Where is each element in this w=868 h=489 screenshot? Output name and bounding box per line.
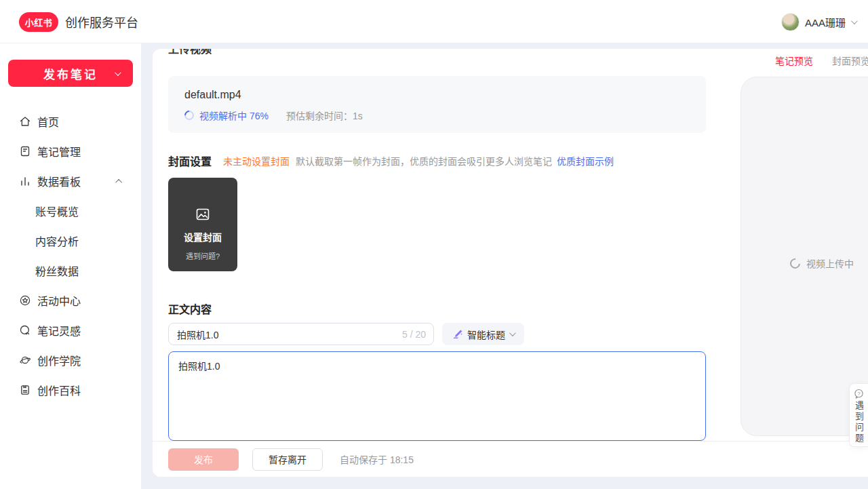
logo-text: 小红书 bbox=[25, 16, 53, 28]
parsing-progress-row: 视频解析中 76% 预估剩余时间：1s bbox=[184, 109, 690, 122]
video-upload-card: default.mp4 视频解析中 76% 预估剩余时间：1s bbox=[168, 76, 706, 133]
chevron-up-icon bbox=[115, 178, 122, 185]
smart-title-button[interactable]: 智能标题 bbox=[442, 323, 524, 345]
sidebar-item-label: 创作百科 bbox=[37, 382, 81, 398]
note-title-input[interactable] bbox=[168, 323, 434, 345]
home-icon bbox=[19, 115, 31, 128]
phone-preview: 视频上传中 bbox=[741, 77, 868, 436]
title-input-wrap: 5 / 20 bbox=[168, 323, 434, 345]
sidebar-item-creator-wiki[interactable]: 创作百科 bbox=[0, 375, 141, 405]
page-title: 创作服务平台 bbox=[65, 0, 138, 43]
sidebar-item-label: 笔记管理 bbox=[37, 143, 81, 159]
star-circle-icon bbox=[19, 294, 31, 307]
sidebar-subitem-fans-data[interactable]: 粉丝数据 bbox=[0, 256, 141, 286]
sidebar-item-home[interactable]: 首页 bbox=[0, 106, 141, 136]
autosave-status: 自动保存于 18:15 bbox=[340, 452, 414, 466]
xiaohongshu-logo: 小红书 bbox=[19, 12, 58, 32]
title-row: 5 / 20 智能标题 bbox=[168, 323, 524, 345]
sidebar-item-note-management[interactable]: 笔记管理 bbox=[0, 136, 141, 166]
note-icon bbox=[19, 145, 31, 157]
top-header: 小红书 创作服务平台 AAA珊珊 bbox=[0, 0, 868, 43]
loading-spinner-icon bbox=[182, 109, 196, 122]
uploading-text: 视频上传中 bbox=[806, 256, 854, 270]
publish-button[interactable]: 发布 bbox=[168, 448, 239, 471]
publish-note-button[interactable]: 发布笔记 bbox=[8, 60, 133, 87]
sidebar-subitem-label: 账号概览 bbox=[35, 203, 79, 219]
help-label: 遇到问题 bbox=[854, 401, 864, 444]
editor-panel: 上传视频 default.mp4 视频解析中 76% 预估剩余时间：1s 封面设… bbox=[153, 49, 868, 477]
magic-pen-icon bbox=[452, 329, 463, 340]
note-body-textarea[interactable]: 拍照机1.0 bbox=[168, 351, 706, 441]
question-bubble-icon: ? bbox=[854, 389, 864, 399]
sidebar-subitem-account-overview[interactable]: 账号概览 bbox=[0, 196, 141, 226]
sidebar-item-label: 笔记灵感 bbox=[37, 322, 81, 338]
cover-trouble-link[interactable]: 遇到问题? bbox=[186, 250, 220, 261]
cover-settings-heading: 封面设置 bbox=[168, 153, 212, 169]
smart-title-label: 智能标题 bbox=[467, 328, 505, 341]
set-cover-card[interactable]: 设置封面 遇到问题? bbox=[168, 178, 237, 271]
inspiration-search-icon bbox=[19, 324, 31, 336]
video-uploading-status: 视频上传中 bbox=[741, 256, 868, 270]
eta-text: 预估剩余时间：1s bbox=[286, 109, 363, 122]
chevron-down-icon bbox=[851, 18, 858, 24]
planet-icon bbox=[19, 354, 31, 366]
book-icon bbox=[19, 384, 31, 396]
user-menu[interactable]: AAA珊珊 bbox=[781, 0, 856, 43]
sidebar-item-activity-center[interactable]: 活动中心 bbox=[0, 286, 141, 315]
sidebar-item-label: 首页 bbox=[37, 113, 59, 130]
content-heading: 正文内容 bbox=[168, 300, 212, 317]
sidebar-subitem-content-analysis[interactable]: 内容分析 bbox=[0, 226, 141, 256]
tab-note-preview[interactable]: 笔记预览 bbox=[775, 54, 813, 67]
sidebar-subitem-label: 粉丝数据 bbox=[35, 262, 79, 279]
cover-hint: 默认截取第一帧作为封面，优质的封面会吸引更多人浏览笔记 bbox=[296, 154, 552, 168]
svg-text:?: ? bbox=[857, 391, 860, 397]
avatar[interactable] bbox=[781, 13, 800, 31]
parsing-status: 视频解析中 76% bbox=[199, 109, 269, 122]
sidebar-subitem-label: 内容分析 bbox=[35, 233, 79, 249]
loading-spinner-icon bbox=[788, 256, 802, 270]
chevron-down-icon bbox=[115, 69, 121, 76]
help-float-button[interactable]: ? 遇到问题 bbox=[849, 383, 868, 447]
image-icon bbox=[195, 206, 211, 222]
cover-warning: 未主动设置封面 bbox=[223, 154, 290, 168]
tab-cover-preview[interactable]: 封面预览 bbox=[832, 54, 868, 67]
editor-footer: 发布 暂存离开 自动保存于 18:15 bbox=[153, 441, 868, 477]
sidebar-item-label: 活动中心 bbox=[37, 292, 81, 309]
preview-tabs: 笔记预览 封面预览 bbox=[775, 54, 868, 67]
save-and-leave-button[interactable]: 暂存离开 bbox=[252, 448, 323, 471]
sidebar-item-label: 数据看板 bbox=[37, 173, 81, 189]
sidebar: 发布笔记 首页 笔记管理 数据看板 bbox=[0, 43, 141, 489]
user-name: AAA珊珊 bbox=[805, 15, 846, 29]
sidebar-item-label: 创作学院 bbox=[37, 352, 81, 368]
chevron-down-icon bbox=[509, 330, 516, 336]
sidebar-item-note-inspiration[interactable]: 笔记灵感 bbox=[0, 315, 141, 345]
title-char-counter: 5 / 20 bbox=[402, 323, 426, 345]
sidebar-item-data-dashboard[interactable]: 数据看板 bbox=[0, 166, 141, 196]
publish-note-label: 发布笔记 bbox=[43, 65, 98, 82]
video-filename: default.mp4 bbox=[184, 89, 690, 101]
creator-platform-page: 小红书 创作服务平台 AAA珊珊 发布笔记 首页 笔 bbox=[0, 0, 868, 489]
cover-example-link[interactable]: 优质封面示例 bbox=[557, 154, 614, 168]
set-cover-label: 设置封面 bbox=[184, 230, 222, 243]
sidebar-item-creator-academy[interactable]: 创作学院 bbox=[0, 345, 141, 375]
bar-chart-icon bbox=[19, 175, 31, 187]
sidebar-menu: 首页 笔记管理 数据看板 账号概览 内容分析 bbox=[0, 106, 141, 405]
clipped-section-heading: 上传视频 bbox=[168, 49, 304, 55]
